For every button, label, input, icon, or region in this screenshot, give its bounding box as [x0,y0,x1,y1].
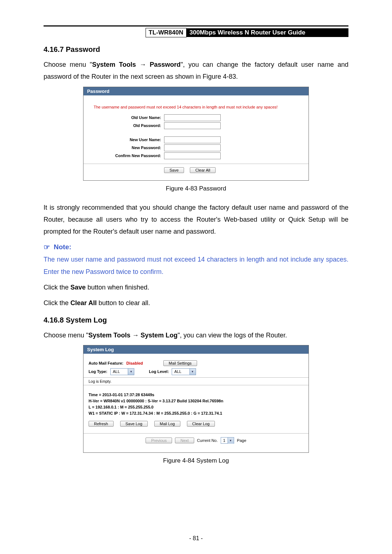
chevron-down-icon: ▾ [189,369,196,375]
row-old-username: Old User Name: [89,114,303,121]
save-log-button[interactable]: Save Log [120,421,148,427]
old-password-input[interactable] [164,122,221,129]
log-pager: Previous Next Current No. 1 ▾ Page [83,433,309,447]
row-confirm-password: Confirm New Password: [89,152,303,159]
arrow-icon: → [136,61,150,68]
menu-path-2: System Log [140,332,177,339]
note-label: ☞ Note: [44,243,348,251]
page-number-select[interactable]: 1 ▾ [221,437,234,444]
section-heading-password: 4.16.7 Password [44,45,348,54]
clearall-word: Clear All [70,299,97,307]
label-old-username: Old User Name: [89,115,161,120]
log-filter-row: Log Type: ALL ▾ Log Level: ALL ▾ [89,368,303,375]
password-panel-body: The username and password must not excee… [83,95,309,180]
confirm-password-input[interactable] [164,152,221,159]
info-version: H-Ver = WR840N v1 00000000 : S-Ver = 3.1… [89,398,303,404]
page-header: TL-WR840N 300Mbps Wireless N Router User… [44,28,348,37]
row-new-password: New Password: [89,144,303,151]
note-body: The new user name and password must not … [44,254,348,278]
page-word: Page [237,438,246,443]
current-no-label: Current No. [197,438,218,443]
log-buttons: Refresh Save Log Mail Log Clear Log [89,421,303,429]
password-panel-title: Password [83,87,309,95]
label-old-password: Old Password: [89,123,161,128]
txt: Choose menu " [44,332,88,339]
info-lan: L = 192.168.0.1 : M = 255.255.255.0 [89,404,303,410]
refresh-button[interactable]: Refresh [89,421,114,427]
mail-log-button[interactable]: Mail Log [154,421,180,427]
log-type-value: ALL [111,369,128,374]
save-word: Save [70,284,86,291]
next-button[interactable]: Next [175,438,194,443]
arrow-icon: → [130,332,140,339]
log-type-select[interactable]: ALL ▾ [110,368,135,375]
password-warning: The username and password must not excee… [94,105,303,109]
new-username-input[interactable] [164,136,221,143]
password-panel: Password The username and password must … [83,87,309,181]
page-number-value: 1 [221,438,228,443]
chevron-down-icon: ▾ [128,369,134,375]
figure-4-83-caption: Figure 4-83 Password [44,185,348,192]
save-instruction: Click the Save button when finished. [44,282,348,294]
systemlog-panel: System Log Auto Mail Feature: Disabled M… [83,345,309,453]
page-number: - 81 - [0,535,392,542]
info-wan: W1 = STATIC IP : W = 172.31.74.34 : M = … [89,410,303,416]
system-info-block: Time = 2013-01-01 17:37:28 63449s H-Ver … [89,392,303,416]
pointing-hand-icon: ☞ [44,243,50,251]
log-empty-message: Log is Empty. [83,377,309,385]
menu-path-1: System Tools [92,61,136,68]
auto-mail-value: Disabled [126,361,143,365]
top-rule [44,25,348,26]
info-time: Time = 2013-01-01 17:37:28 63449s [89,392,303,398]
save-button[interactable]: Save [164,167,184,173]
old-username-input[interactable] [164,114,221,121]
txt: ", you can view the logs of the Router. [177,332,287,339]
clear-log-button[interactable]: Clear Log [187,421,215,427]
new-password-input[interactable] [164,144,221,151]
doc-title: 300Mbps Wireless N Router User Guide [187,28,348,37]
clear-all-button[interactable]: Clear All [190,167,216,173]
section1-para2: It is strongly recommended that you shou… [44,202,348,238]
txt: button when finished. [86,284,149,291]
row-new-username: New User Name: [89,136,303,143]
txt: Click the [44,284,70,291]
log-level-select[interactable]: ALL ▾ [172,368,196,375]
model-box: TL-WR840N [146,28,187,37]
systemlog-panel-body: Auto Mail Feature: Disabled Mail Setting… [83,354,309,452]
auto-mail-row: Auto Mail Feature: Disabled Mail Setting… [89,360,303,366]
section-heading-systemlog: 4.16.8 System Log [44,316,348,324]
mail-settings-button[interactable]: Mail Settings [163,360,197,366]
txt: button to clear all. [97,299,150,307]
section2-intro: Choose menu "System Tools → System Log",… [44,329,348,341]
chevron-down-icon: ▾ [228,438,234,444]
label-new-password: New Password: [89,145,161,150]
log-type-label: Log Type: [89,369,107,374]
auto-mail-label: Auto Mail Feature: [89,361,123,365]
systemlog-panel-title: System Log [83,345,309,354]
txt: Choose menu " [44,61,92,68]
txt: Click the [44,299,70,307]
label-new-username: New User Name: [89,138,161,142]
section1-intro: Choose menu "System Tools → Password", y… [44,59,348,83]
previous-button[interactable]: Previous [146,438,172,443]
menu-path-2: Password [150,61,181,68]
log-level-value: ALL [172,369,189,374]
note-label-text: Note: [54,243,72,251]
password-buttons: Save Clear All [89,164,303,175]
row-old-password: Old Password: [89,122,303,129]
clearall-instruction: Click the Clear All button to clear all. [44,297,348,309]
menu-path-1: System Tools [88,332,130,339]
log-level-label: Log Level: [149,369,169,374]
figure-4-84-caption: Figure 4-84 System Log [44,457,348,464]
label-confirm-password: Confirm New Password: [89,153,161,158]
